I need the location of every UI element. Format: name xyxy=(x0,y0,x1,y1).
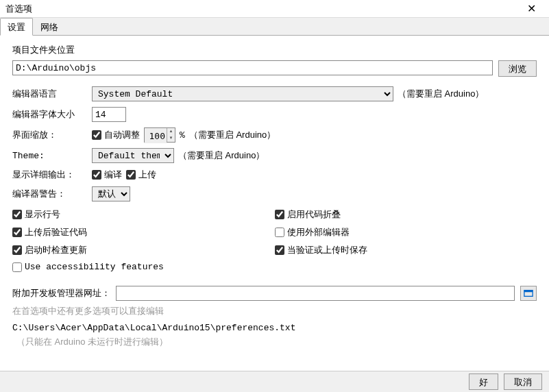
scale-value-input[interactable] xyxy=(145,128,167,143)
language-restart-note: （需要重启 Arduino） xyxy=(398,88,484,100)
codefold-label: 启用代码折叠 xyxy=(287,208,341,221)
theme-select[interactable]: Default theme xyxy=(92,148,174,163)
svg-rect-1 xyxy=(524,291,533,293)
sketchbook-path-input[interactable] xyxy=(12,60,493,75)
boards-url-label: 附加开发板管理器网址： xyxy=(12,287,110,299)
verbose-compile-label: 编译 xyxy=(104,169,122,181)
verbose-label: 显示详细输出： xyxy=(12,169,88,181)
close-icon[interactable]: ✕ xyxy=(517,1,545,17)
sketchbook-label: 项目文件夹位置 xyxy=(12,44,537,56)
saveverify-label: 当验证或上传时保存 xyxy=(287,244,367,256)
warnings-select[interactable]: 默认 xyxy=(92,186,130,201)
external-label: 使用外部编辑器 xyxy=(287,226,350,238)
more-prefs-hint: 在首选项中还有更多选项可以直接编辑 xyxy=(12,305,537,317)
theme-label: Theme: xyxy=(12,151,88,161)
accessibility-label: Use accessibility features xyxy=(25,262,164,272)
boards-url-expand-button[interactable] xyxy=(520,286,537,301)
verify-checkbox[interactable] xyxy=(12,228,22,237)
browse-button[interactable]: 浏览 xyxy=(498,60,537,77)
verify-label: 上传后验证代码 xyxy=(25,226,87,238)
tabs: 设置 网络 xyxy=(0,18,549,36)
tab-network[interactable]: 网络 xyxy=(33,18,66,35)
prefs-note: （只能在 Arduino 未运行时进行编辑） xyxy=(12,336,537,348)
linenumbers-checkbox[interactable] xyxy=(12,210,22,219)
language-label: 编辑器语言 xyxy=(12,88,88,100)
warnings-label: 编译器警告： xyxy=(12,188,88,200)
tab-settings[interactable]: 设置 xyxy=(0,18,33,36)
scale-auto-checkbox[interactable] xyxy=(92,130,101,140)
fontsize-label: 编辑器字体大小 xyxy=(12,108,88,121)
saveverify-checkbox[interactable] xyxy=(275,245,284,255)
content: 项目文件夹位置 浏览 编辑器语言 System Default （需要重启 Ar… xyxy=(0,36,549,371)
scale-auto-label: 自动调整 xyxy=(104,129,140,141)
scale-spinner[interactable]: ▲▼ xyxy=(144,127,175,143)
checkupdates-label: 启动时检查更新 xyxy=(25,244,87,256)
boards-url-input[interactable] xyxy=(116,286,515,301)
chevron-down-icon[interactable]: ▼ xyxy=(167,135,175,142)
scale-restart-note: （需要重启 Arduino） xyxy=(189,129,276,141)
verbose-upload-label: 上传 xyxy=(138,169,156,181)
chevron-up-icon[interactable]: ▲ xyxy=(167,128,175,135)
scale-percent: % xyxy=(180,130,185,140)
theme-restart-note: （需要重启 Arduino） xyxy=(178,149,265,162)
fontsize-input[interactable] xyxy=(92,107,126,122)
accessibility-checkbox[interactable] xyxy=(12,262,22,272)
footer: 好 取消 xyxy=(0,371,549,392)
ok-button[interactable]: 好 xyxy=(469,373,498,390)
verbose-upload-checkbox[interactable] xyxy=(126,170,136,180)
scale-label: 界面缩放： xyxy=(12,129,88,141)
linenumbers-label: 显示行号 xyxy=(25,208,60,221)
external-checkbox[interactable] xyxy=(275,228,284,237)
titlebar: 首选项 ✕ xyxy=(0,0,549,18)
window-title: 首选项 xyxy=(5,3,517,15)
prefs-path: C:\Users\Acer\AppData\Local\Arduino15\pr… xyxy=(12,323,537,333)
language-select[interactable]: System Default xyxy=(92,86,393,101)
verbose-compile-checkbox[interactable] xyxy=(92,170,101,180)
codefold-checkbox[interactable] xyxy=(275,210,284,219)
checkupdates-checkbox[interactable] xyxy=(12,245,22,255)
cancel-button[interactable]: 取消 xyxy=(504,373,542,390)
window-icon xyxy=(524,289,533,297)
